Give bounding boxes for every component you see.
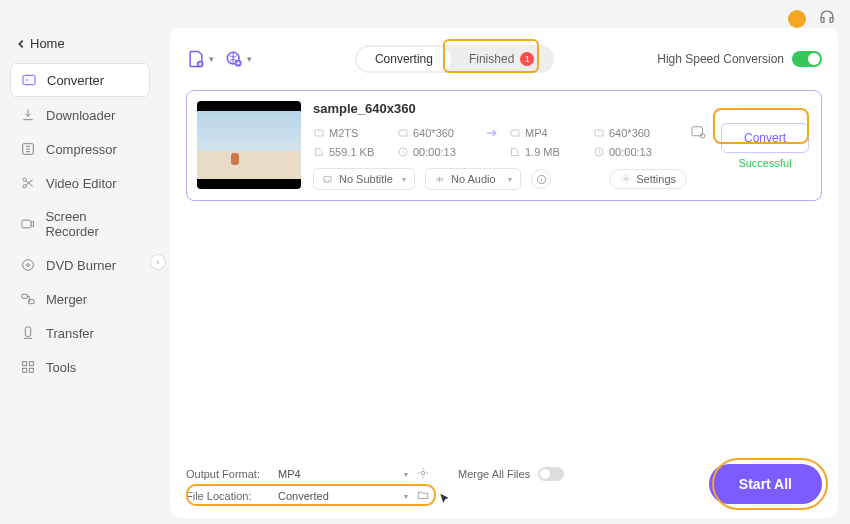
add-url-button[interactable]: ▾ — [224, 49, 252, 69]
sidebar-item-tools[interactable]: Tools — [10, 351, 150, 383]
src-duration: 00:00:13 — [397, 146, 475, 158]
svg-rect-17 — [315, 130, 323, 136]
svg-point-2 — [23, 178, 26, 181]
gear-icon — [620, 173, 632, 185]
svg-rect-19 — [511, 130, 519, 136]
main-panel: ▾ ▾ Converting Finished 1 High Speed Con… — [170, 28, 838, 518]
avatar[interactable] — [788, 10, 806, 28]
src-size: 559.1 KB — [313, 146, 391, 158]
file-name: sample_640x360 — [313, 101, 687, 116]
chevron-down-icon: ▾ — [209, 54, 214, 64]
audio-select[interactable]: No Audio▾ — [425, 168, 521, 190]
arrow-right-icon — [481, 124, 503, 142]
svg-rect-7 — [22, 294, 27, 298]
cursor-pointer-annotation — [438, 492, 452, 506]
svg-point-6 — [27, 264, 30, 267]
video-thumbnail[interactable] — [197, 101, 301, 189]
status-tabs: Converting Finished 1 — [355, 45, 554, 73]
tab-converting[interactable]: Converting — [357, 47, 451, 71]
scissors-icon — [20, 175, 36, 191]
recorder-icon — [20, 216, 35, 232]
svg-rect-11 — [29, 362, 33, 366]
back-home[interactable]: Home — [0, 30, 160, 57]
tab-finished[interactable]: Finished 1 — [451, 47, 552, 71]
dst-duration: 00:00:13 — [593, 146, 671, 158]
high-speed-toggle[interactable] — [792, 51, 822, 67]
file-settings-button[interactable]: Settings — [609, 169, 687, 189]
sidebar-item-video-editor[interactable]: Video Editor — [10, 167, 150, 199]
bottom-bar: Output Format: MP4▾ Merge All Files File… — [186, 466, 822, 510]
dst-format: MP4 — [509, 127, 587, 139]
convert-button[interactable]: Convert — [721, 123, 809, 153]
svg-rect-9 — [25, 327, 30, 336]
audio-icon — [434, 174, 445, 185]
download-icon — [20, 107, 36, 123]
dst-size: 1.9 MB — [509, 146, 587, 158]
chevron-down-icon: ▾ — [247, 54, 252, 64]
svg-rect-4 — [22, 220, 31, 228]
svg-rect-13 — [29, 368, 33, 372]
sidebar-item-downloader[interactable]: Downloader — [10, 99, 150, 131]
disc-icon — [20, 257, 36, 273]
output-settings-button[interactable] — [416, 466, 430, 482]
merger-icon — [20, 291, 36, 307]
src-resolution: 640*360 — [397, 127, 475, 139]
info-button[interactable] — [531, 169, 551, 189]
file-location-label: File Location: — [186, 490, 270, 502]
transfer-icon — [20, 325, 36, 341]
file-location-select[interactable]: Converted▾ — [278, 490, 408, 502]
convert-status: Successful — [738, 157, 791, 169]
finished-count-badge: 1 — [520, 52, 534, 66]
folder-icon — [416, 488, 430, 502]
sidebar-item-screen-recorder[interactable]: Screen Recorder — [10, 201, 150, 247]
add-file-button[interactable]: ▾ — [186, 49, 214, 69]
svg-rect-0 — [23, 75, 35, 84]
compressor-icon — [20, 141, 36, 157]
svg-point-5 — [23, 260, 34, 271]
svg-rect-20 — [595, 130, 603, 136]
add-url-icon — [224, 49, 244, 69]
svg-point-3 — [23, 185, 26, 188]
sidebar: Home Converter Downloader Compressor Vid… — [0, 0, 160, 524]
svg-point-28 — [421, 471, 425, 475]
output-settings-icon[interactable] — [689, 123, 707, 145]
sidebar-item-converter[interactable]: Converter — [10, 63, 150, 97]
tools-icon — [20, 359, 36, 375]
subtitle-icon — [322, 174, 333, 185]
svg-rect-18 — [399, 130, 407, 136]
dst-resolution: 640*360 — [593, 127, 671, 139]
sidebar-item-compressor[interactable]: Compressor — [10, 133, 150, 165]
src-format: M2TS — [313, 127, 391, 139]
sidebar-item-dvd-burner[interactable]: DVD Burner — [10, 249, 150, 281]
svg-point-25 — [625, 178, 628, 181]
output-format-select[interactable]: MP4▾ — [278, 468, 408, 480]
svg-rect-12 — [23, 368, 27, 372]
merge-toggle[interactable] — [538, 467, 564, 481]
high-speed-label: High Speed Conversion — [657, 52, 784, 66]
open-folder-button[interactable] — [416, 488, 430, 504]
start-all-button[interactable]: Start All — [709, 464, 822, 504]
add-file-icon — [186, 49, 206, 69]
sidebar-item-transfer[interactable]: Transfer — [10, 317, 150, 349]
converter-icon — [21, 72, 37, 88]
home-label: Home — [30, 36, 65, 51]
sidebar-item-merger[interactable]: Merger — [10, 283, 150, 315]
headset-icon[interactable] — [818, 8, 836, 30]
subtitle-select[interactable]: No Subtitle▾ — [313, 168, 415, 190]
merge-label: Merge All Files — [458, 468, 530, 480]
sidebar-collapse[interactable]: ‹ — [150, 254, 166, 270]
svg-rect-10 — [23, 362, 27, 366]
file-card: sample_640x360 M2TS 640*360 MP4 640*360 … — [186, 90, 822, 201]
output-format-label: Output Format: — [186, 468, 270, 480]
svg-rect-23 — [324, 176, 331, 182]
